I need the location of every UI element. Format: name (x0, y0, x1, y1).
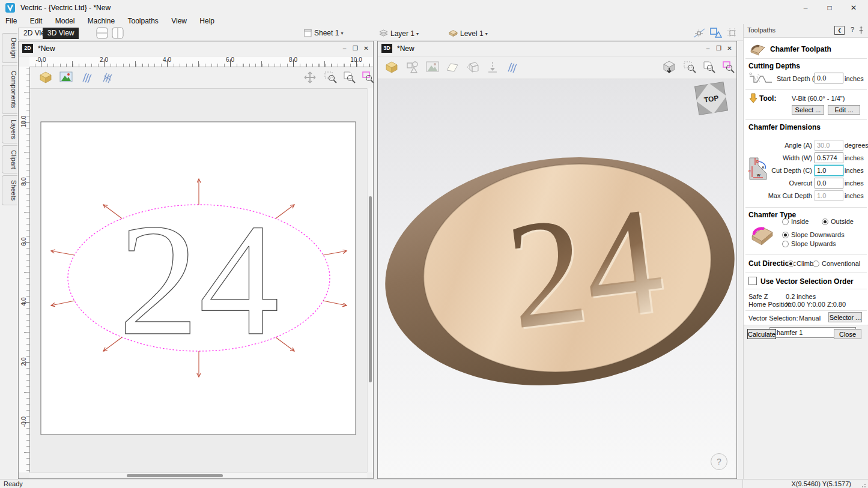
menu-edit[interactable]: Edit (25, 16, 48, 26)
slope-upwards-option[interactable]: Slope Upwards (782, 240, 836, 247)
toolpath-preview-icon[interactable] (80, 71, 94, 84)
radio-conventional[interactable] (813, 261, 819, 267)
resize-grip[interactable] (861, 482, 867, 488)
scrollbar-vertical-thumb[interactable] (369, 196, 372, 382)
window-maximize-button[interactable]: □ (818, 0, 842, 16)
scrollbar-horizontal-thumb[interactable] (127, 474, 223, 477)
chevron-down-icon: ▾ (416, 31, 419, 37)
window-2d-minimize-button[interactable]: – (340, 44, 349, 53)
radio-outside[interactable] (822, 218, 828, 225)
window-2d-maximize-button[interactable]: ❐ (351, 44, 360, 53)
radio-climb[interactable] (788, 261, 794, 267)
sheet-icon (304, 29, 312, 37)
snap-geometry-icon[interactable] (692, 26, 706, 40)
drill-z-icon[interactable] (486, 61, 499, 74)
canvas-3d[interactable] (378, 79, 736, 478)
image-icon[interactable] (426, 61, 439, 73)
window-3d-view: 24 24 (377, 41, 737, 479)
panel-help-icon[interactable]: ? (851, 26, 854, 33)
tool-label: Tool: (759, 94, 776, 103)
smart-snap-icon[interactable] (709, 26, 723, 40)
radio-slope-downwards[interactable] (782, 232, 789, 238)
chamfer-outside-option[interactable]: Outside (822, 218, 854, 225)
menu-help[interactable]: Help (194, 16, 220, 26)
sidebar-tab-design[interactable]: Design (2, 33, 17, 63)
radio-inside[interactable] (782, 218, 789, 225)
conventional-option[interactable]: Conventional (813, 260, 860, 267)
selector-button[interactable]: Selector ... (828, 312, 862, 322)
zoom-selection-icon[interactable] (324, 70, 338, 85)
window-3d-minimize-button[interactable]: – (703, 44, 712, 53)
window-minimize-button[interactable]: – (794, 0, 818, 16)
layer-selector[interactable]: Layer 1▾ (378, 29, 419, 38)
split-horizontal-icon[interactable] (96, 27, 109, 40)
menu-file[interactable]: File (0, 16, 22, 26)
tab-3d-view[interactable]: 3D View (43, 28, 79, 39)
menu-machine[interactable]: Machine (82, 16, 120, 26)
toolpath-preview-icon[interactable] (505, 61, 520, 74)
safe-z-value: 0.2 inches (786, 293, 816, 300)
use-vector-selection-order[interactable]: Use Vector Selection Order (748, 277, 854, 286)
close-button[interactable]: Close (834, 329, 861, 339)
sidebar-tab-clipart[interactable]: Clipart (2, 145, 17, 173)
window-close-button[interactable]: ✕ (842, 0, 866, 16)
ruler-corner (19, 56, 30, 67)
wireframe-cube-icon[interactable] (466, 60, 480, 74)
tool-select-button[interactable]: Select ... (792, 105, 824, 115)
collapse-panel-icon[interactable]: ❮ (834, 26, 845, 35)
canvas-2d[interactable] (29, 88, 367, 472)
menu-view[interactable]: View (166, 16, 192, 26)
help-button[interactable]: ? (711, 453, 727, 470)
home-position-label: Home Position (748, 301, 792, 308)
chamfer-inside-option[interactable]: Inside (782, 218, 809, 225)
pan-icon[interactable] (303, 70, 317, 85)
snap-grid-icon[interactable] (725, 26, 739, 40)
toolpaths-panel: Toolpaths ❮ ? Chamfer Toolpath Cutting D… (743, 24, 868, 479)
window-3d-maximize-button[interactable]: ❐ (714, 44, 723, 53)
split-vertical-icon[interactable] (112, 27, 124, 40)
iso-view-icon[interactable] (661, 59, 677, 75)
title-bar: Vectric - {Vectric Ltd} - *New – □ ✕ (0, 0, 868, 16)
level-selector[interactable]: Level 1▾ (448, 29, 488, 38)
cutting-depths-heading: Cutting Depths (748, 62, 800, 70)
slope-downwards-option[interactable]: Slope Downwards (782, 231, 845, 238)
sidebar-tab-layers[interactable]: Layers (2, 115, 17, 143)
view-cube[interactable]: TOP (691, 79, 733, 122)
toolpath-drawing-icon[interactable] (100, 71, 115, 84)
zoom-selection-icon[interactable] (683, 60, 697, 74)
width-input[interactable] (815, 152, 843, 163)
sidebar-tab-components[interactable]: Components (2, 65, 17, 114)
chevron-down-icon: ▾ (341, 31, 343, 36)
image-icon[interactable] (59, 71, 73, 83)
scrollbar-horizontal-2d[interactable] (29, 472, 367, 478)
scrollbar-vertical-2d[interactable] (367, 88, 373, 472)
radio-slope-upwards[interactable] (782, 241, 789, 247)
material-plane-icon[interactable] (445, 61, 460, 73)
window-2d-close-button[interactable]: ✕ (362, 44, 371, 53)
menu-model[interactable]: Model (50, 16, 80, 26)
zoom-fit-page-icon[interactable] (702, 60, 717, 74)
zoom-rectangle-icon[interactable] (721, 60, 736, 74)
material-block-icon[interactable] (385, 61, 398, 74)
draw-vectors-icon[interactable] (405, 61, 420, 74)
sheet-selector[interactable]: Sheet 1▾ (304, 29, 343, 37)
start-depth-input[interactable] (815, 73, 843, 83)
max-cut-depth-units: inches (845, 192, 864, 199)
menu-toolpaths[interactable]: Toolpaths (122, 16, 163, 26)
material-block-icon[interactable] (39, 71, 52, 84)
climb-option[interactable]: Climb (788, 260, 813, 267)
zoom-rectangle-icon[interactable] (361, 70, 375, 85)
vector-order-checkbox[interactable] (748, 277, 757, 285)
tool-edit-button[interactable]: Edit ... (828, 105, 860, 115)
calculate-button[interactable]: Calculate (747, 329, 776, 339)
cut-depth-input[interactable] (815, 165, 843, 176)
home-position-value: X:0.00 Y:0.00 Z:0.80 (786, 301, 846, 308)
window-3d-close-button[interactable]: ✕ (725, 44, 734, 53)
sidebar-tab-sheets[interactable]: Sheets (2, 175, 17, 205)
angle-input (815, 140, 843, 151)
pin-icon[interactable] (858, 26, 864, 34)
angle-label: Angle (A) (748, 142, 812, 149)
overcut-input[interactable] (815, 178, 843, 188)
zoom-fit-page-icon[interactable] (342, 70, 357, 85)
toolbar-3d (378, 56, 736, 79)
